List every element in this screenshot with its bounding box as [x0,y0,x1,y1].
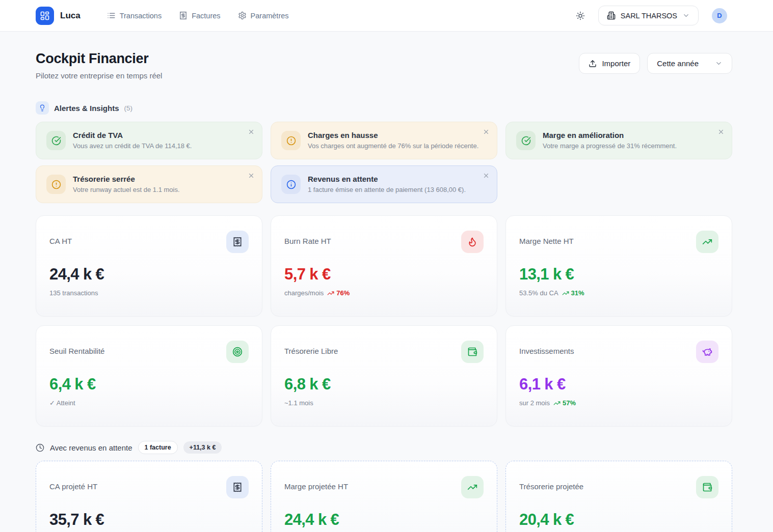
kpi-label: Marge projetée HT [284,482,348,491]
kpi-subtext: 135 transactions [49,289,98,297]
kpi-label: Trésorerie Libre [284,347,338,355]
trending-up-icon [461,476,484,498]
kpi-label: Marge Nette HT [519,237,574,245]
page-title: Cockpit Financier [36,51,162,67]
top-navbar: Luca Transactions Factures Paramètres SA… [0,0,773,32]
kpi-subtext: ~1.1 mois [284,399,313,407]
alert-title: Trésorerie serrée [73,175,180,183]
main-nav: Transactions Factures Paramètres [107,11,289,20]
kpi-label: CA HT [49,237,72,245]
kpi-grid: CA HT 24,4 k € 135 transactions Burn Rat… [36,215,732,427]
brand-name: Luca [60,11,81,21]
kpi-value: 5,7 k € [284,265,484,284]
target-icon [226,341,249,363]
alert-card-revenus-attente: Revenus en attente 1 facture émise en at… [271,165,497,203]
alert-circle-icon [46,175,66,194]
kpi-value: 24,4 k € [49,265,249,284]
wallet-icon [461,341,484,363]
import-button-label: Importer [602,59,630,68]
projected-grid: CA projeté HT 35,7 k € +11,3 k € en atte… [36,461,732,532]
alert-title: Revenus en attente [308,175,466,183]
page-header: Cockpit Financier Pilotez votre entrepri… [36,51,732,80]
trend-value: 76% [336,289,350,297]
list-icon [107,11,116,20]
nav-item-label: Transactions [120,12,162,20]
alerts-section-title: Alertes & Insights [54,104,119,113]
company-name: SARL THARSOS [621,12,677,20]
main-content: Cockpit Financier Pilotez votre entrepri… [36,51,732,532]
nav-item-factures[interactable]: Factures [179,11,220,20]
trend-badge: 57% [553,399,576,407]
close-icon[interactable] [483,172,490,179]
kpi-subtext: ✓ Atteint [49,399,75,407]
brand[interactable]: Luca [36,7,81,25]
alert-circle-icon [281,131,301,150]
receipt-icon [226,231,249,253]
alerts-count: (5) [124,104,133,112]
trend-value: 31% [571,289,584,297]
company-selector[interactable]: SARL THARSOS [598,6,699,25]
close-icon[interactable] [717,128,725,135]
header-actions: Importer Cette année [579,53,732,74]
kpi-label: Seuil Rentabilité [49,347,104,355]
check-circle-icon [46,131,66,150]
kpi-value: 6,1 k € [519,375,718,394]
kpi-card-seuil-rentabilite: Seuil Rentabilité 6,4 k € ✓ Atteint [36,325,262,427]
kpi-label: Burn Rate HT [284,237,331,245]
avatar[interactable]: D [712,8,727,23]
close-icon[interactable] [248,128,255,135]
close-icon[interactable] [483,128,490,135]
import-button[interactable]: Importer [579,53,640,74]
nav-item-label: Factures [192,12,220,20]
luca-logo-icon [36,7,54,25]
kpi-card-investissements: Investissements 6,1 k € sur 2 mois 57% [505,325,732,427]
trend-badge: 31% [562,289,584,297]
kpi-value: 35,7 k € [49,511,249,529]
piggy-bank-icon [696,341,718,363]
alert-card-credit-tva: Crédit de TVA Vous avez un crédit de TVA… [36,122,262,159]
upload-icon [589,60,597,68]
alert-card-tresorerie-serree: Trésorerie serrée Votre runway actuel es… [36,165,262,203]
clock-icon [36,443,44,452]
alert-description: Vous avez un crédit de TVA de 114,18 €. [73,142,192,150]
period-select[interactable]: Cette année [647,53,732,74]
kpi-card-ca-projete: CA projeté HT 35,7 k € +11,3 k € en atte… [36,461,262,532]
trending-up-icon [327,290,334,297]
close-icon[interactable] [248,172,255,179]
trending-up-icon [696,231,718,253]
theme-toggle-sun-icon[interactable] [576,11,585,20]
kpi-card-tresorerie-libre: Trésorerie Libre 6,8 k € ~1.1 mois [271,325,497,427]
flame-icon [461,231,484,253]
kpi-subtext: sur 2 mois [519,399,550,407]
kpi-label: Trésorerie projetée [519,482,583,491]
kpi-subtext: charges/mois [284,289,324,297]
alert-card-charges-hausse: Charges en hausse Vos charges ont augmen… [271,122,497,159]
receipt-icon [179,11,188,20]
chevron-down-icon [715,60,723,67]
trending-up-icon [553,400,561,407]
kpi-label: Investissements [519,347,574,355]
info-icon [281,175,301,194]
kpi-card-marge-nette: Marge Nette HT 13,1 k € 53.5% du CA 31% [505,215,732,317]
nav-item-transactions[interactable]: Transactions [107,11,162,20]
trending-up-icon [562,290,569,297]
kpi-card-tresorerie-projetee: Trésorerie projetée 20,4 k € après inves… [505,461,732,532]
alerts-section-header: Alertes & Insights (5) [36,101,732,115]
alert-description: Votre marge a progressé de 31% récemment… [543,142,677,150]
alerts-grid: Crédit de TVA Vous avez un crédit de TVA… [36,122,732,203]
chevron-down-icon [682,12,690,19]
lightbulb-icon [36,101,49,115]
pending-revenue-label: Avec revenus en attente [50,443,132,452]
kpi-card-marge-projetee: Marge projetée HT 24,4 k € 68.3% du CA [271,461,497,532]
kpi-value: 13,1 k € [519,265,718,284]
alert-description: Votre runway actuel est de 1.1 mois. [73,186,180,193]
kpi-value: 20,4 k € [519,511,718,529]
nav-item-label: Paramètres [251,12,289,20]
kpi-card-ca-ht: CA HT 24,4 k € 135 transactions [36,215,262,317]
kpi-card-burn-rate: Burn Rate HT 5,7 k € charges/mois 76% [271,215,497,317]
wallet-icon [696,476,718,498]
trend-value: 57% [563,399,576,407]
nav-item-parametres[interactable]: Paramètres [238,11,289,20]
nav-right: SARL THARSOS D [576,6,727,25]
receipt-icon [226,476,249,498]
